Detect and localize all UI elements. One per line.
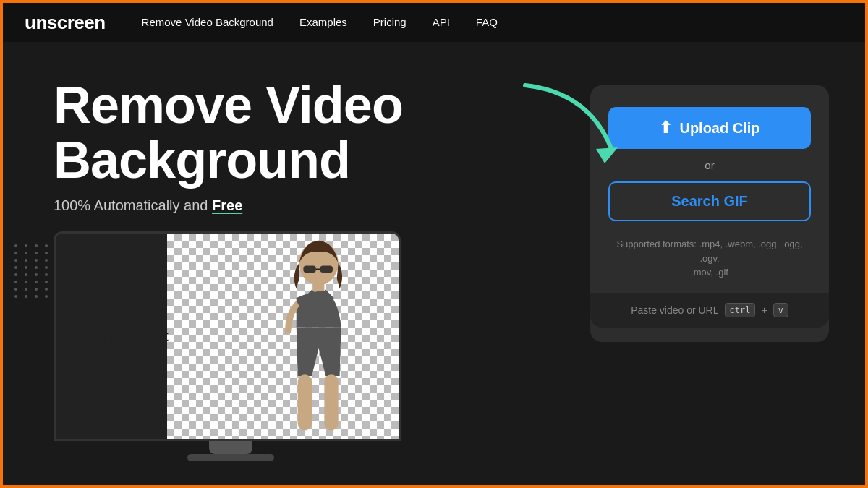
paste-bar: Paste video or URL ctrl + v xyxy=(590,293,829,328)
svg-rect-3 xyxy=(298,374,312,430)
main-content: Remove Video Background 100% Automatical… xyxy=(3,42,865,488)
hero-title-line1: Remove Video xyxy=(54,76,403,134)
svg-marker-0 xyxy=(596,147,618,163)
or-text: or xyxy=(705,159,714,171)
transparent-label: Transparent xyxy=(77,327,169,346)
nav-link-api[interactable]: API xyxy=(433,16,450,28)
ctrl-key: ctrl xyxy=(725,303,756,317)
nav-item-faq[interactable]: FAQ xyxy=(476,16,498,29)
upload-icon: ⬆ xyxy=(659,119,672,137)
nav-item-examples[interactable]: Examples xyxy=(299,16,347,29)
subtitle-free: Free xyxy=(212,197,242,213)
nav-links: Remove Video Background Examples Pricing… xyxy=(142,16,498,29)
paste-label: Paste video or URL xyxy=(631,304,718,316)
nav-item-pricing[interactable]: Pricing xyxy=(373,16,407,29)
hero-subtitle: 100% Automatically and Free xyxy=(54,197,561,214)
video-preview-container: Transparent xyxy=(54,231,408,461)
nav-link-pricing[interactable]: Pricing xyxy=(373,16,407,28)
hero-title: Remove Video Background xyxy=(54,78,561,187)
hero-title-line2: Background xyxy=(54,131,350,189)
navbar: unscreen Remove Video Background Example… xyxy=(3,3,865,42)
upload-btn-label: Upload Clip xyxy=(679,120,760,137)
nav-item-api[interactable]: API xyxy=(433,16,450,29)
video-stand xyxy=(209,441,252,454)
svg-rect-6 xyxy=(320,266,333,273)
supported-formats-text: Supported formats: .mp4, .webm, .ogg, .o… xyxy=(608,237,811,280)
video-stand-base xyxy=(187,454,274,461)
v-key: v xyxy=(773,303,788,317)
nav-link-remove[interactable]: Remove Video Background xyxy=(142,16,273,28)
person-silhouette-icon xyxy=(247,236,377,439)
hero-arrow-icon xyxy=(503,78,619,172)
left-section: Remove Video Background 100% Automatical… xyxy=(54,78,561,461)
subtitle-prefix: 100% Automatically and xyxy=(54,197,212,213)
nav-link-examples[interactable]: Examples xyxy=(299,16,347,28)
nav-link-faq[interactable]: FAQ xyxy=(476,16,498,28)
svg-rect-4 xyxy=(324,374,338,430)
search-gif-button[interactable]: Search GIF xyxy=(608,181,811,221)
svg-rect-5 xyxy=(303,266,315,273)
plus-sign: + xyxy=(761,304,767,316)
upload-panel: ⬆ Upload Clip or Search GIF Supported fo… xyxy=(590,85,829,342)
nav-item-remove[interactable]: Remove Video Background xyxy=(142,16,273,29)
upload-clip-button[interactable]: ⬆ Upload Clip xyxy=(608,107,811,149)
logo: unscreen xyxy=(25,12,106,34)
video-preview: Transparent xyxy=(54,231,401,441)
